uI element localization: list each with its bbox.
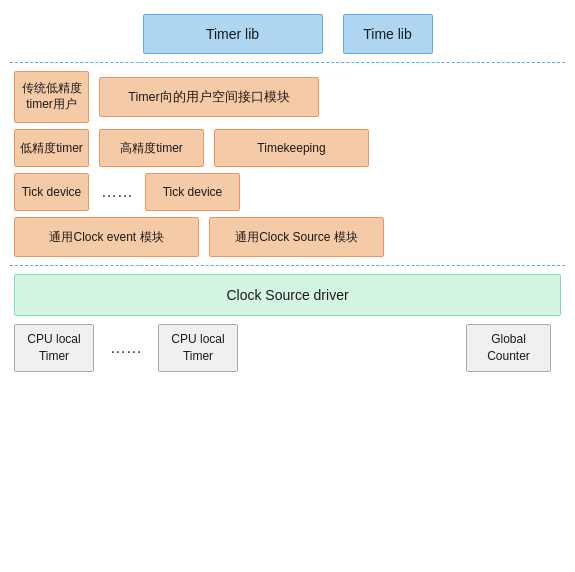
global-counter-box: Global Counter bbox=[466, 324, 551, 372]
timekeeping-box: Timekeeping bbox=[214, 129, 369, 167]
high-res-timer-label: 高精度timer bbox=[120, 140, 183, 157]
separator-1 bbox=[10, 62, 565, 63]
cpu-local-timer-2-label: CPU local Timer bbox=[171, 331, 224, 365]
row-tick-devices: Tick device …… Tick device bbox=[10, 173, 565, 211]
row-cpu-timers: CPU local Timer …… CPU local Timer Globa… bbox=[10, 324, 565, 372]
row-top-libs: Timer lib Time lib bbox=[10, 14, 565, 54]
cpu-local-timer-2-box: CPU local Timer bbox=[158, 324, 238, 372]
cpu-timer-dots: …… bbox=[106, 339, 146, 357]
clock-event-box: 通用Clock event 模块 bbox=[14, 217, 199, 257]
time-lib-label: Time lib bbox=[363, 26, 412, 42]
timer-user-space-box: Timer向的用户空间接口模块 bbox=[99, 77, 319, 117]
timekeeping-label: Timekeeping bbox=[257, 141, 325, 155]
clock-source-driver-box: Clock Source driver bbox=[14, 274, 561, 316]
low-res-timer-box: 低精度timer bbox=[14, 129, 89, 167]
timer-lib-label: Timer lib bbox=[206, 26, 259, 42]
separator-2 bbox=[10, 265, 565, 266]
global-counter-label: Global Counter bbox=[487, 331, 530, 365]
row-timer-types: 低精度timer 高精度timer Timekeeping bbox=[10, 129, 565, 167]
tick-device-1-box: Tick device bbox=[14, 173, 89, 211]
high-res-timer-box: 高精度timer bbox=[99, 129, 204, 167]
tick-device-1-label: Tick device bbox=[22, 185, 82, 199]
row-clock-source-driver: Clock Source driver bbox=[10, 274, 565, 316]
clock-source-driver-label: Clock Source driver bbox=[226, 287, 348, 303]
row-clock-modules: 通用Clock event 模块 通用Clock Source 模块 bbox=[10, 217, 565, 257]
legacy-timer-box: 传统低精度 timer用户 bbox=[14, 71, 89, 123]
clock-event-label: 通用Clock event 模块 bbox=[49, 229, 163, 246]
legacy-timer-label: 传统低精度 timer用户 bbox=[22, 81, 82, 112]
timer-lib-box: Timer lib bbox=[143, 14, 323, 54]
cpu-local-timer-1-box: CPU local Timer bbox=[14, 324, 94, 372]
tick-dots: …… bbox=[97, 183, 137, 201]
clock-source-module-box: 通用Clock Source 模块 bbox=[209, 217, 384, 257]
tick-device-2-label: Tick device bbox=[163, 185, 223, 199]
time-lib-box: Time lib bbox=[343, 14, 433, 54]
tick-device-2-box: Tick device bbox=[145, 173, 240, 211]
clock-source-module-label: 通用Clock Source 模块 bbox=[235, 229, 358, 246]
row-user-interface: 传统低精度 timer用户 Timer向的用户空间接口模块 bbox=[10, 71, 565, 123]
timer-user-space-label: Timer向的用户空间接口模块 bbox=[128, 89, 289, 106]
cpu-local-timer-1-label: CPU local Timer bbox=[27, 331, 80, 365]
diagram: Timer lib Time lib 传统低精度 timer用户 Timer向的… bbox=[0, 0, 575, 572]
low-res-timer-label: 低精度timer bbox=[20, 140, 83, 157]
